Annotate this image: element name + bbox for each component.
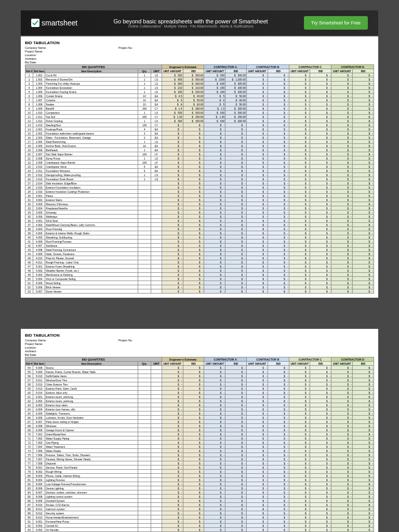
ref-cell: 88 [25,507,33,511]
unit-amount-cell: $ - [289,285,310,289]
unit-amount-cell: $ - [289,420,310,424]
unit-amount-cell: $ - [162,366,183,370]
unit-cell [151,198,162,202]
unit-amount-cell: $ - [331,169,353,173]
unit-cell [151,420,162,424]
item-cell: 3.001 [33,194,45,198]
bid-cell: $ - [183,127,204,131]
unit-amount-cell: $ - [247,528,268,532]
unit-amount-cell: $ - [331,140,353,144]
table-row: 585.012Other Exterior Trim$ -$ -$ -$ -$ … [25,382,374,387]
qty-cell [138,285,151,289]
bid-cell: $ - [225,136,247,140]
try-free-button[interactable]: Try Smartsheet for Free [304,16,368,30]
bid-cell: $ - [225,445,247,449]
bid-cell: $ - [310,269,331,273]
unit-amount-cell: $ - [247,382,268,387]
unit-amount-cell: $ - [289,503,310,507]
bid-cell: $ - [225,466,247,470]
unit-amount-cell: $ - [247,136,268,140]
unit-amount-cell: $ - [247,403,268,407]
unit-amount-cell: $ - [289,169,310,173]
bid-cell: $ - [183,269,204,273]
bid-cell: $ - [268,499,289,503]
unit-amount-cell: $ - [289,86,310,90]
bid-cell: $ - [268,206,289,210]
qty-cell [138,215,151,219]
ref-cell: 34 [25,210,33,215]
unit-amount-cell: $ - [247,215,268,219]
unit-amount-cell: $ - [289,252,310,256]
bid-cell: $ - [225,264,247,269]
unit-amount-cell: $ - [162,127,183,131]
unit-amount-cell: $ - [331,374,353,378]
bid-cell: $ - [310,281,331,285]
item-cell: 7.007 [33,457,45,461]
bid-cell: $ - [183,198,204,202]
unit-amount-cell: $ - [331,185,353,190]
desc-cell: Exterior doors, prehung [45,399,138,403]
unit-amount-cell: $ - [331,264,353,269]
unit-amount-cell: $ - [162,391,183,395]
unit-amount-cell: $ - [162,277,183,281]
item-cell: 8.007 [33,490,45,495]
bid-cell: $ - [225,123,247,127]
unit-amount-cell: $ - [204,366,225,370]
table-row: 172.004Steel Reinforcing1LS$ -$ -$ -$ -$… [25,140,374,144]
unit-cell [151,466,162,470]
unit-amount-cell: $ - [247,252,268,256]
ref-cell: 77 [25,461,33,466]
item-cell: 1.007 [33,98,45,102]
unit-amount-cell: $ - [247,210,268,215]
ref-cell: 3 [25,82,33,86]
unit-cell [151,511,162,515]
table-row: 565.010Soffit/Gable Vents$ -$ -$ -$ -$ -… [25,374,374,378]
bid-cell: $ 500.00 [183,111,204,115]
table-row: 222.009Crawlspace Vapor Barrier100LF$ -$… [25,161,374,165]
item-cell: 4.003 [33,227,45,231]
desc-cell: Membrance & Flashing [45,273,138,277]
ref-cell: 28 [25,185,33,190]
unit-amount-cell: $ - [247,470,268,474]
unit-amount-cell: $ - [162,244,183,248]
unit-amount-cell: $ - [289,185,310,190]
qty-cell: 1 [138,82,151,86]
unit-amount-cell: $ - [289,499,310,503]
qty-cell [138,264,151,269]
unit-amount-cell: $ - [331,478,353,482]
unit-amount-cell: $ - [162,165,183,169]
table-row: 575.011Window/Door Trim$ -$ -$ -$ -$ -$ … [25,378,374,382]
unit-amount-cell: $ - [204,231,225,235]
unit-amount-cell: $ - [162,482,183,486]
bid-header: BID [225,362,247,366]
bid-cell: $ - [353,432,374,436]
table-row: 777.008Disposal$ -$ -$ -$ -$ -$ -$ -$ -$… [25,461,374,466]
unit-amount-cell: $ - [289,482,310,486]
desc-header: Item Description [45,69,138,73]
table-row: 485.002Weather Barrier (Tyvek, etc.)$ -$… [25,269,374,273]
ref-cell: 72 [25,441,33,445]
top-banner: smartsheet Go beyond basic spreadsheets … [21,10,378,35]
bid-cell: $ - [310,507,331,511]
table-row: 101.010Compaction1LS$ 500$ 500.00$ 500$ … [25,111,374,115]
unit-amount-cell: $ - [247,499,268,503]
item-cell: 5.014 [33,391,45,395]
bid-cell: $ - [353,82,374,86]
bid-cell: $ - [353,528,374,532]
desc-cell: Backfill [45,107,138,111]
qty-cell [138,470,151,474]
unit-amount-cell: $ - [331,453,353,457]
table-row: 818.004Lighting Fixtures$ -$ -$ -$ -$ -$… [25,478,374,482]
table-row: 434.008Steel Framing Connectors$ -$ -$ -… [25,248,374,252]
unit-amount-cell: $ - [289,119,310,123]
unit-cell [151,378,162,382]
unit-amount-cell: $ - [247,395,268,399]
ref-cell: 21 [25,156,33,161]
bid-cell: $ - [225,482,247,486]
bid-cell: $ - [353,140,374,144]
unit-amount-cell: $ - [162,131,183,136]
unit-amount-cell: $ - [204,269,225,273]
unit-amount-cell: $ - [204,528,225,532]
ref-cell: 42 [25,244,33,248]
bid-cell: $ - [183,399,204,403]
